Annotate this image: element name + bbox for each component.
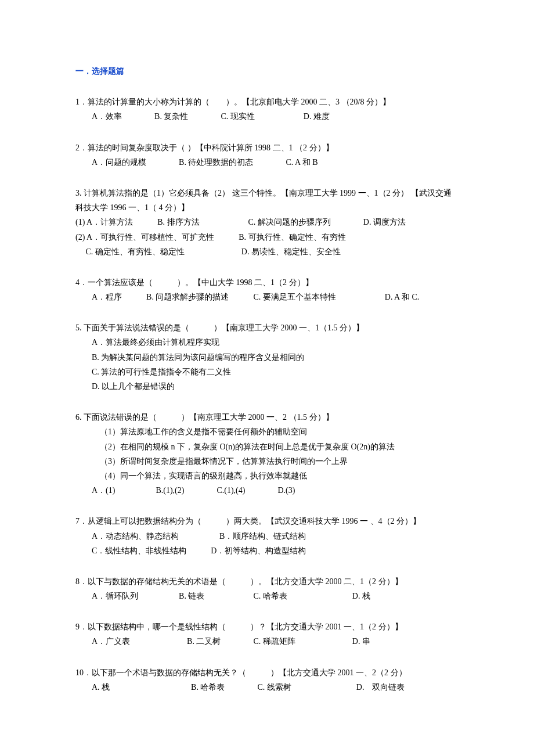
question-options-ab: A．动态结构、静态结构 B．顺序结构、链式结构 — [75, 529, 459, 543]
question-options: A．(1) B.(1),(2) C.(1),(4) D.(3) — [75, 483, 459, 498]
question-text: 2．算法的时间复杂度取决于（ ）【中科院计算所 1998 二、1 （2 分）】 — [75, 141, 459, 155]
question-option-c: C. 算法的可行性是指指令不能有二义性 — [75, 365, 459, 379]
question-text: 5. 下面关于算法说法错误的是（ ）【南京理工大学 2000 一、1（1.5 分… — [75, 321, 459, 335]
question-sub-option: (2) A．可执行性、可移植性、可扩充性 B. 可执行性、确定性、有穷性 — [75, 230, 459, 244]
question-statement-1: （1）算法原地工作的含义是指不需要任何额外的辅助空间 — [75, 424, 459, 439]
question-8: 8．以下与数据的存储结构无关的术语是（ ）。【北方交通大学 2000 二、1（2… — [75, 574, 459, 603]
question-4: 4．一个算法应该是（ ）。【中山大学 1998 二、1（2 分）】 A．程序 B… — [75, 275, 459, 304]
section-title: 一．选择题篇 — [75, 64, 459, 78]
question-text: 9．以下数据结构中，哪一个是线性结构（ ）？【北方交通大学 2001 一、1（2… — [75, 620, 459, 634]
question-text: 7．从逻辑上可以把数据结构分为（ ）两大类。【武汉交通科技大学 1996 一 、… — [75, 514, 459, 528]
question-options: A．循环队列 B. 链表 C. 哈希表 D. 栈 — [75, 589, 459, 603]
question-6: 6. 下面说法错误的是（ ）【南京理工大学 2000 一、2 （1.5 分）】 … — [75, 410, 459, 498]
question-options: A. 栈 B. 哈希表 C. 线索树 D. 双向链表 — [75, 680, 459, 694]
question-options: A．程序 B. 问题求解步骤的描述 C. 要满足五个基本特性 D. A 和 C. — [75, 290, 459, 304]
question-2: 2．算法的时间复杂度取决于（ ）【中科院计算所 1998 二、1 （2 分）】 … — [75, 141, 459, 170]
question-text: 10．以下那一个术语与数据的存储结构无关？（ ）【北方交通大学 2001 一、2… — [75, 665, 459, 680]
question-options: A．广义表 B. 二叉树 C. 稀疏矩阵 D. 串 — [75, 634, 459, 649]
question-options: A．效率 B. 复杂性 C. 现实性 D. 难度 — [75, 109, 459, 124]
question-3: 3. 计算机算法指的是（1）它必须具备（2） 这三个特性。【南京理工大学 199… — [75, 186, 459, 259]
question-statement-4: （4）同一个算法，实现语言的级别越高，执行效率就越低 — [75, 469, 459, 483]
question-option-a: A．算法最终必须由计算机程序实现 — [75, 335, 459, 350]
question-sub-option: C. 确定性、有穷性、稳定性 D. 易读性、稳定性、安全性 — [75, 244, 459, 259]
question-text: 3. 计算机算法指的是（1）它必须具备（2） 这三个特性。【南京理工大学 199… — [75, 186, 459, 215]
question-options: A．问题的规模 B. 待处理数据的初态 C. A 和 B — [75, 155, 459, 170]
question-10: 10．以下那一个术语与数据的存储结构无关？（ ）【北方交通大学 2001 一、2… — [75, 665, 459, 694]
question-5: 5. 下面关于算法说法错误的是（ ）【南京理工大学 2000 一、1（1.5 分… — [75, 321, 459, 394]
question-statement-3: （3）所谓时间复杂度是指最坏情况下，估算算法执行时间的一个上界 — [75, 454, 459, 469]
question-statement-2: （2）在相同的规模 n 下，复杂度 O(n)的算法在时间上总是优于复杂度 O(2… — [75, 440, 459, 454]
question-text: 8．以下与数据的存储结构无关的术语是（ ）。【北方交通大学 2000 二、1（2… — [75, 574, 459, 589]
question-text: 6. 下面说法错误的是（ ）【南京理工大学 2000 一、2 （1.5 分）】 — [75, 410, 459, 424]
question-9: 9．以下数据结构中，哪一个是线性结构（ ）？【北方交通大学 2001 一、1（2… — [75, 620, 459, 649]
question-7: 7．从逻辑上可以把数据结构分为（ ）两大类。【武汉交通科技大学 1996 一 、… — [75, 514, 459, 558]
question-options-cd: C．线性结构、非线性结构 D．初等结构、构造型结构 — [75, 543, 459, 558]
question-text: 1．算法的计算量的大小称为计算的（ ）。【北京邮电大学 2000 二、3 （20… — [75, 95, 459, 109]
question-1: 1．算法的计算量的大小称为计算的（ ）。【北京邮电大学 2000 二、3 （20… — [75, 95, 459, 124]
question-option-d: D. 以上几个都是错误的 — [75, 379, 459, 394]
question-text: 4．一个算法应该是（ ）。【中山大学 1998 二、1（2 分）】 — [75, 275, 459, 290]
question-sub-option: (1) A．计算方法 B. 排序方法 C. 解决问题的步骤序列 D. 调度方法 — [75, 215, 459, 229]
question-option-b: B. 为解决某问题的算法同为该问题编写的程序含义是相同的 — [75, 350, 459, 365]
